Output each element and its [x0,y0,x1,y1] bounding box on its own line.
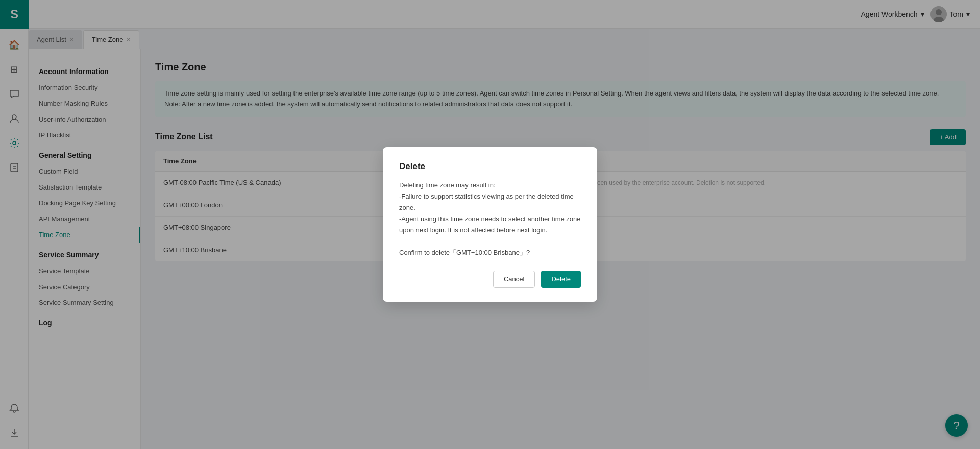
delete-label: Delete [551,275,571,283]
delete-confirm-button[interactable]: Delete [541,271,581,288]
modal-overlay: Delete Deleting time zone may result in:… [0,0,980,449]
modal-body-line1: Deleting time zone may result in: [399,181,496,189]
modal-body-line3: -Agent using this time zone needs to sel… [399,215,581,234]
cancel-label: Cancel [504,275,524,283]
delete-modal: Delete Deleting time zone may result in:… [383,147,597,302]
modal-body: Deleting time zone may result in: -Failu… [399,180,581,259]
modal-footer: Cancel Delete [399,271,581,288]
cancel-button[interactable]: Cancel [493,271,535,288]
modal-body-line2: -Failure to support statistics viewing a… [399,193,574,211]
modal-title: Delete [399,161,581,172]
modal-body-line4: Confirm to delete「GMT+10:00 Brisbane」? [399,249,530,256]
